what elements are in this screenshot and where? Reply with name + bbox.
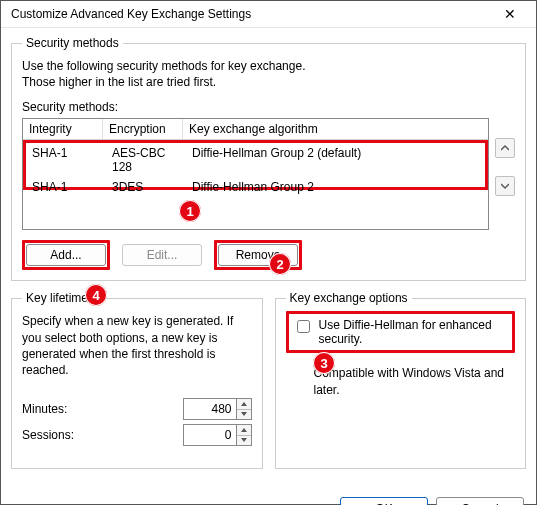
key-exchange-options-legend: Key exchange options — [286, 291, 412, 305]
security-intro-line1: Use the following security methods for k… — [22, 58, 515, 74]
key-lifetimes-group: Key lifetimes Specify when a new key is … — [11, 291, 263, 469]
cell-algorithm: Diffie-Hellman Group 2 (default) — [186, 143, 485, 177]
add-button[interactable]: Add... — [26, 244, 106, 266]
table-row[interactable]: SHA-1 3DES Diffie-Hellman Group 2 — [26, 177, 485, 197]
col-algorithm[interactable]: Key exchange algorithm — [183, 119, 488, 139]
sessions-input[interactable] — [183, 424, 237, 446]
dialog-window: Customize Advanced Key Exchange Settings… — [0, 0, 537, 505]
table-row[interactable]: SHA-1 AES-CBC 128 Diffie-Hellman Group 2… — [26, 143, 485, 177]
minutes-up-icon[interactable] — [237, 399, 251, 410]
lifetimes-desc: Specify when a new key is generated. If … — [22, 313, 252, 378]
minutes-spinner[interactable] — [183, 398, 252, 420]
minutes-input[interactable] — [183, 398, 237, 420]
dialog-content: Security methods Use the following secur… — [1, 28, 536, 487]
security-methods-legend: Security methods — [22, 36, 123, 50]
dh-checkbox[interactable] — [297, 320, 310, 333]
edit-button: Edit... — [122, 244, 202, 266]
security-methods-list[interactable]: Integrity Encryption Key exchange algori… — [22, 118, 489, 230]
sessions-up-icon[interactable] — [237, 425, 251, 436]
callout-4: 4 — [85, 284, 107, 306]
col-integrity[interactable]: Integrity — [23, 119, 103, 139]
security-list-label: Security methods: — [22, 100, 515, 114]
dh-option-highlight: Use Diffie-Hellman for enhanced security… — [286, 311, 516, 353]
titlebar: Customize Advanced Key Exchange Settings… — [1, 1, 536, 28]
list-header: Integrity Encryption Key exchange algori… — [23, 119, 488, 140]
cancel-button[interactable]: Cancel — [436, 497, 524, 505]
add-highlight: Add... — [22, 240, 110, 270]
sessions-down-icon[interactable] — [237, 436, 251, 446]
minutes-down-icon[interactable] — [237, 410, 251, 420]
dh-checkbox-label: Use Diffie-Hellman for enhanced security… — [319, 318, 509, 346]
close-icon[interactable]: ✕ — [492, 5, 528, 23]
sessions-label: Sessions: — [22, 428, 74, 442]
chevron-up-icon — [501, 145, 509, 151]
reorder-buttons — [495, 138, 515, 196]
callout-2: 2 — [269, 253, 291, 275]
dialog-title: Customize Advanced Key Exchange Settings — [11, 7, 251, 21]
cell-algorithm: Diffie-Hellman Group 2 — [186, 177, 485, 197]
security-intro: Use the following security methods for k… — [22, 58, 515, 90]
key-exchange-options-group: Key exchange options Use Diffie-Hellman … — [275, 291, 527, 469]
callout-3: 3 — [313, 352, 335, 374]
cell-encryption: AES-CBC 128 — [106, 143, 186, 177]
move-down-button[interactable] — [495, 176, 515, 196]
col-encryption[interactable]: Encryption — [103, 119, 183, 139]
ok-button[interactable]: OK — [340, 497, 428, 505]
dialog-footer: OK Cancel — [1, 487, 536, 505]
cell-integrity: SHA-1 — [26, 177, 106, 197]
cell-integrity: SHA-1 — [26, 143, 106, 177]
list-body: SHA-1 AES-CBC 128 Diffie-Hellman Group 2… — [23, 140, 488, 190]
cell-encryption: 3DES — [106, 177, 186, 197]
minutes-label: Minutes: — [22, 402, 67, 416]
move-up-button[interactable] — [495, 138, 515, 158]
callout-1: 1 — [179, 200, 201, 222]
sessions-spinner[interactable] — [183, 424, 252, 446]
chevron-down-icon — [501, 183, 509, 189]
security-methods-group: Security methods Use the following secur… — [11, 36, 526, 281]
compat-note: Compatible with Windows Vista and later. — [314, 365, 516, 397]
security-intro-line2: Those higher in the list are tried first… — [22, 74, 515, 90]
dh-checkbox-row[interactable]: Use Diffie-Hellman for enhanced security… — [293, 318, 509, 346]
